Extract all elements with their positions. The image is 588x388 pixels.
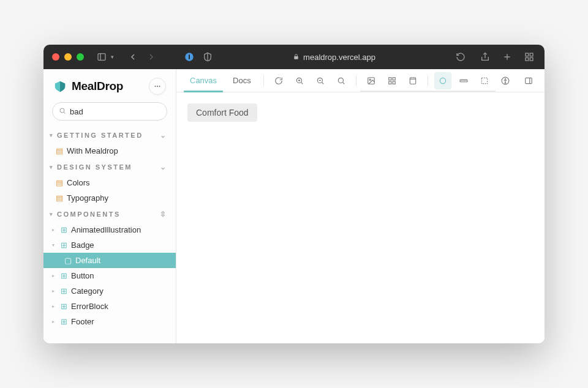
zoom-in-icon[interactable] (291, 72, 308, 89)
svg-line-25 (342, 82, 344, 84)
forward-icon[interactable] (145, 50, 158, 64)
reload-icon[interactable] (454, 50, 467, 64)
tree-item-story-default[interactable]: ▢ Default (43, 253, 176, 268)
grid-icon[interactable] (383, 72, 401, 89)
tree-item-component[interactable]: ▸ ⊞ Button (43, 268, 176, 283)
background-icon[interactable] (363, 72, 380, 89)
tree-item-label: Typography (67, 193, 108, 203)
tab-docs[interactable]: Docs (227, 69, 257, 92)
svg-rect-43 (526, 78, 532, 83)
document-icon: ▤ (56, 178, 63, 187)
search-icon (59, 106, 66, 117)
tree-item-component[interactable]: ▸ ⊞ ErrorBlock (43, 299, 176, 314)
svg-point-24 (338, 78, 343, 83)
caret-down-icon: ▾ (50, 132, 56, 138)
new-tab-icon[interactable] (500, 50, 514, 64)
caret-down-icon: ▾ (50, 211, 56, 217)
tab-label: Docs (233, 76, 251, 85)
app-content: MealDrop ✕ ▾ GETTING STARTED (43, 69, 545, 343)
share-icon[interactable] (478, 50, 492, 64)
svg-rect-28 (388, 77, 391, 80)
section-label: GETTING STARTED (57, 132, 143, 139)
canvas: Comfort Food (176, 92, 545, 343)
zoom-reset-icon[interactable] (333, 72, 350, 89)
collapse-icon[interactable]: ⌄ (160, 163, 168, 171)
tab-label: Canvas (190, 76, 217, 85)
close-window-button[interactable] (52, 53, 59, 61)
search-input[interactable] (70, 107, 173, 116)
url-bar[interactable]: mealdrop.vercel.app (219, 53, 449, 62)
caret-down-icon: ▾ (50, 164, 56, 170)
svg-rect-31 (393, 81, 395, 84)
tree-item-label: AnimatedIllustration (71, 225, 141, 234)
tree-item-component-badge[interactable]: ▾ ⊞ Badge (43, 237, 176, 253)
badge-component: Comfort Food (187, 103, 257, 122)
outline-icon[interactable] (476, 72, 493, 89)
tree-item-doc[interactable]: ▤ Colors (43, 175, 176, 190)
viewport-icon[interactable] (404, 72, 421, 89)
section-components[interactable]: ▾ COMPONENTS ⇳ (43, 206, 176, 222)
sidebar-toggle-icon[interactable] (95, 50, 108, 64)
tree-item-doc[interactable]: ▤ Typography (43, 190, 176, 206)
browser-window: ▾ mealdrop.vercel.app (43, 45, 545, 343)
collapse-icon[interactable]: ⌄ (160, 131, 168, 140)
onepassword-icon[interactable] (183, 50, 196, 64)
svg-line-18 (301, 82, 303, 84)
sidebar: MealDrop ✕ ▾ GETTING STARTED (43, 69, 176, 343)
component-icon: ⊞ (61, 317, 67, 326)
svg-rect-30 (388, 81, 391, 84)
brand-menu-button[interactable] (149, 78, 166, 95)
svg-point-27 (369, 79, 371, 80)
caret-right-icon: ▸ (52, 273, 57, 278)
privacy-shield-icon[interactable] (201, 50, 214, 64)
titlebar: ▾ mealdrop.vercel.app (43, 45, 545, 69)
tree-item-label: With Mealdrop (67, 146, 118, 155)
tree-item-label: Colors (67, 178, 90, 187)
svg-point-15 (60, 108, 64, 113)
accessibility-icon[interactable] (497, 72, 514, 89)
component-icon: ⊞ (61, 286, 67, 296)
section-design-system[interactable]: ▾ DESIGN SYSTEM ⌄ (43, 159, 176, 175)
svg-rect-10 (526, 58, 529, 61)
tree-item-label: Footer (71, 317, 94, 326)
section-label: DESIGN SYSTEM (57, 163, 132, 171)
lock-icon (293, 53, 300, 62)
tree-item-component[interactable]: ▸ ⊞ Category (43, 283, 176, 299)
svg-rect-8 (526, 53, 529, 56)
svg-rect-3 (189, 54, 190, 59)
component-icon: ⊞ (61, 241, 67, 250)
svg-rect-9 (530, 53, 533, 56)
minimize-window-button[interactable] (64, 53, 72, 61)
section-getting-started[interactable]: ▾ GETTING STARTED ⌄ (43, 127, 176, 143)
tab-overview-icon[interactable] (522, 50, 536, 64)
remount-icon[interactable] (270, 72, 287, 89)
story-icon: ▢ (64, 256, 72, 265)
back-icon[interactable] (126, 50, 140, 64)
tree-item-component[interactable]: ▸ ⊞ Footer (43, 314, 176, 329)
svg-point-13 (157, 86, 158, 87)
svg-line-22 (322, 82, 323, 84)
chevron-down-icon[interactable]: ▾ (111, 54, 114, 60)
measure-icon[interactable] (455, 72, 472, 89)
svg-rect-0 (98, 54, 105, 61)
search-input-wrapper: ✕ (52, 102, 167, 121)
tree-item-label: Default (75, 256, 100, 265)
svg-rect-32 (410, 77, 415, 84)
tree-item-label: Category (71, 286, 104, 296)
section-label: COMPONENTS (57, 211, 121, 218)
traffic-lights (52, 53, 84, 61)
tree-item-doc[interactable]: ▤ With Mealdrop (43, 143, 176, 159)
tree-item-component[interactable]: ▸ ⊞ AnimatedIllustration (43, 222, 176, 237)
component-icon: ⊞ (61, 302, 67, 311)
maximize-window-button[interactable] (77, 53, 84, 61)
expand-collapse-icon[interactable]: ⇳ (160, 210, 168, 218)
svg-rect-11 (530, 58, 533, 61)
tab-canvas[interactable]: Canvas (184, 69, 223, 92)
zoom-out-icon[interactable] (312, 72, 329, 89)
fullscreen-icon[interactable] (520, 72, 537, 89)
theme-toggle-icon[interactable] (434, 72, 451, 89)
tree-item-label: ErrorBlock (71, 302, 108, 311)
document-icon: ▤ (56, 193, 63, 203)
document-icon: ▤ (56, 146, 63, 155)
svg-rect-29 (393, 77, 395, 80)
